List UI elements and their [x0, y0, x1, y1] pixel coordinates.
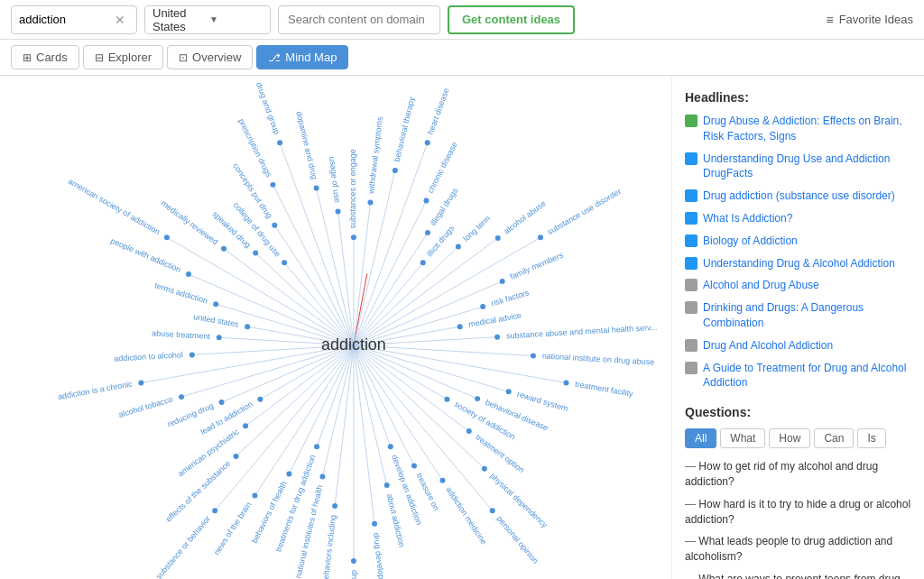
- headline-item: Understanding Drug & Alcohol Addiction: [685, 256, 911, 271]
- svg-text:american society of addiction: american society of addiction: [67, 177, 162, 236]
- tab-explorer[interactable]: ⊟ Explorer: [83, 45, 163, 69]
- tab-cards[interactable]: ⊞ Cards: [11, 45, 79, 69]
- svg-point-121: [212, 508, 217, 513]
- headline-link[interactable]: Understanding Drug & Alcohol Addiction: [703, 256, 895, 271]
- question-item: How to get rid of my alcohol and drug ad…: [685, 459, 911, 490]
- svg-point-147: [221, 246, 226, 252]
- keyword-search-box[interactable]: ✕: [11, 5, 137, 34]
- svg-line-51: [354, 142, 428, 345]
- svg-text:risk factors: risk factors: [490, 288, 531, 308]
- svg-point-157: [277, 140, 282, 145]
- svg-text:addiction to alcohol: addiction to alcohol: [114, 350, 183, 363]
- svg-text:substance abuse and mental hea: substance abuse and mental health serv..…: [506, 323, 658, 341]
- svg-point-141: [213, 301, 218, 307]
- headline-icon: [685, 279, 698, 291]
- headline-link[interactable]: Drug And Alcohol Addiction: [703, 338, 833, 354]
- svg-point-129: [219, 400, 225, 405]
- svg-point-105: [384, 482, 390, 488]
- svg-point-69: [456, 244, 461, 250]
- country-selector[interactable]: United States ▼: [144, 5, 271, 34]
- svg-point-155: [270, 182, 275, 188]
- svg-text:terms addiction: terms addiction: [153, 280, 208, 305]
- svg-point-67: [420, 260, 426, 265]
- mindmap-area[interactable]: addiction substances or engagewithdrawal…: [0, 76, 671, 579]
- svg-text:substances or engage: substances or engage: [348, 149, 357, 228]
- mindmap-icon: ⎇: [268, 51, 281, 64]
- cards-icon: ⊞: [23, 51, 32, 64]
- headline-link[interactable]: Drug Abuse & Addiction: Effects on Brain…: [703, 114, 911, 144]
- svg-point-161: [336, 208, 341, 214]
- svg-point-93: [467, 428, 472, 434]
- svg-text:alcohol abuse: alcohol abuse: [502, 198, 547, 235]
- tab-overview-label: Overview: [192, 51, 241, 64]
- get-ideas-button[interactable]: Get content ideas: [448, 5, 575, 34]
- filter-btn-all[interactable]: All: [685, 428, 716, 448]
- favorite-ideas-button[interactable]: ≡ Favorite Ideas: [826, 13, 913, 27]
- headline-item: What Is Addiction?: [685, 211, 911, 226]
- svg-text:chronic disease: chronic disease: [426, 141, 459, 195]
- svg-text:abuse treatment: abuse treatment: [152, 328, 211, 341]
- filter-btn-how[interactable]: How: [769, 428, 810, 448]
- chevron-down-icon: ▼: [209, 14, 263, 24]
- headline-icon: [685, 339, 698, 352]
- keyword-input[interactable]: [19, 13, 109, 26]
- svg-point-153: [272, 223, 277, 228]
- svg-point-95: [482, 466, 487, 472]
- svg-text:withdrawal symptoms: withdrawal symptoms: [366, 115, 384, 195]
- svg-point-89: [475, 396, 480, 401]
- headline-icon: [685, 189, 698, 202]
- svg-point-113: [319, 473, 325, 479]
- headline-link[interactable]: Drinking and Drugs: A Dangerous Combinat…: [703, 300, 911, 331]
- headline-item: A Guide to Treatment for Drug and Alcoho…: [685, 361, 911, 391]
- filter-btn-what[interactable]: What: [720, 428, 765, 448]
- tab-overview[interactable]: ⊡ Overview: [167, 45, 253, 69]
- svg-point-91: [444, 397, 449, 402]
- svg-text:medical advice: medical advice: [467, 311, 522, 329]
- headline-item: Drug Abuse & Addiction: Effects on Brain…: [685, 114, 911, 144]
- headline-link[interactable]: Understanding Drug Use and Addiction Dru…: [703, 152, 911, 182]
- headline-link[interactable]: Alcohol and Drug Abuse: [703, 278, 819, 293]
- headline-icon: [685, 362, 698, 374]
- svg-line-6: [284, 262, 354, 345]
- svg-point-71: [495, 235, 501, 241]
- svg-text:addiction is a chronic: addiction is a chronic: [57, 380, 134, 401]
- questions-list: How to get rid of my alcohol and drug ad…: [685, 459, 911, 579]
- svg-point-59: [393, 168, 398, 173]
- headline-icon: [685, 212, 698, 225]
- question-filters: AllWhatHowCanIs: [685, 428, 911, 448]
- svg-point-127: [257, 397, 263, 402]
- headline-link[interactable]: A Guide to Treatment for Drug and Alcoho…: [703, 361, 911, 391]
- domain-search-input[interactable]: [278, 5, 440, 34]
- svg-point-159: [314, 185, 319, 190]
- svg-point-103: [388, 444, 393, 449]
- tab-mindmap[interactable]: ⎇ Mind Map: [256, 45, 348, 69]
- tab-cards-label: Cards: [36, 51, 68, 64]
- headline-item: Alcohol and Drug Abuse: [685, 278, 911, 293]
- svg-point-143: [186, 271, 191, 277]
- filter-btn-can[interactable]: Can: [814, 428, 854, 448]
- svg-text:drug developing: drug developing: [372, 532, 387, 579]
- svg-text:effects of the substance: effects of the substance: [164, 459, 233, 524]
- question-item: How hard is it to try to hide a drug or …: [685, 497, 911, 528]
- svg-point-145: [164, 234, 170, 240]
- svg-line-47: [354, 247, 458, 345]
- svg-text:treatment facility: treatment facility: [574, 380, 633, 399]
- clear-keyword-icon[interactable]: ✕: [115, 13, 125, 27]
- svg-line-48: [354, 262, 423, 345]
- svg-text:family members: family members: [509, 251, 565, 281]
- headline-link[interactable]: What Is Addiction?: [703, 211, 792, 226]
- header: ✕ United States ▼ Get content ideas ≡ Fa…: [0, 0, 924, 40]
- svg-point-117: [286, 471, 291, 476]
- svg-text:treasure on: treasure on: [415, 472, 441, 512]
- svg-text:news of the brain: news of the brain: [212, 501, 254, 556]
- headline-icon: [685, 234, 698, 247]
- svg-point-149: [253, 250, 258, 255]
- headline-link[interactable]: Biology of Addiction: [703, 234, 798, 249]
- svg-text:american psychiatric: american psychiatric: [176, 427, 241, 478]
- svg-text:united states: united states: [193, 312, 240, 329]
- svg-line-30: [354, 345, 391, 446]
- headline-link[interactable]: Drug addiction (substance use disorder): [703, 188, 895, 204]
- filter-btn-is[interactable]: Is: [857, 428, 885, 448]
- headline-item: Drinking and Drugs: A Dangerous Combinat…: [685, 300, 911, 331]
- svg-point-139: [245, 324, 250, 329]
